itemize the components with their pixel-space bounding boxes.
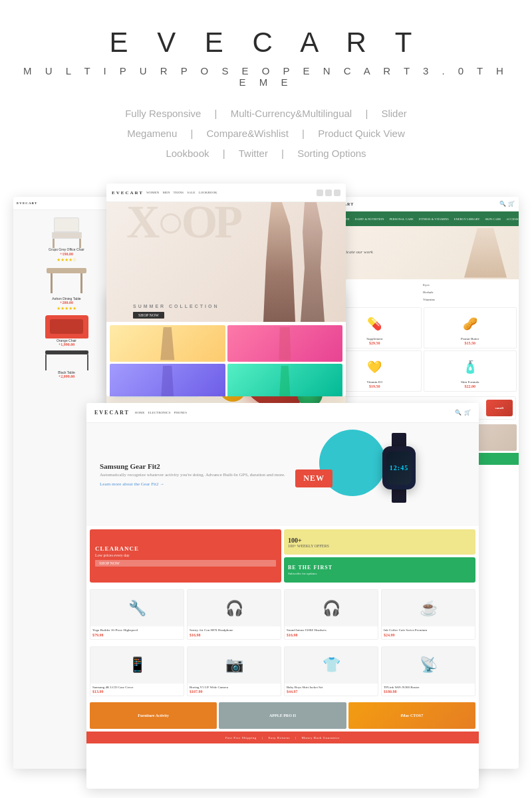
product-blender: 🔧 Yoga Builder 16-Piece Highspeed $79.98 (90, 589, 184, 640)
clearance-btn[interactable]: SHOP NOW (95, 560, 276, 567)
product-headphone: 🎧 Sentry Air Con HFX Headphone $16.98 (187, 589, 281, 640)
be-first-promo: BE THE FIRST Subscribe for updates (284, 557, 475, 583)
header: E V E C A R T M U L T I P U R P O S E O … (0, 0, 532, 177)
screens-wrapper: EVECART Grupo Gr (13, 184, 519, 782)
products-grid-row2: 📱 Samsung 4K LCD Case Cover $13.99 📷 Boe… (86, 643, 479, 700)
headset-price: $16.98 (287, 633, 376, 637)
bottom-strip-2: APPLE PRO II (219, 702, 346, 729)
right-promos: 100+ 100+ WEEKLY OFFERS BE THE FIRST Sub… (284, 529, 475, 583)
furniture-price-4: +2,099.00 (17, 374, 116, 378)
screenshots-container: EVECART Grupo Gr (0, 177, 532, 795)
kids-shirt-img: 👕 (285, 647, 378, 684)
nav-energy: ENERGY LIBRARY (453, 217, 481, 221)
health-product-img-4: 🧴 (427, 354, 514, 380)
smartwatch: 12:45 (372, 433, 426, 506)
search-icon (317, 190, 323, 196)
tech-header-icons: 🔍 🛒 (455, 410, 471, 416)
product-kids-shirt: 👕 Baby Boys Shirt Jacket Set $44.97 (284, 646, 378, 697)
feature-megamenu: Megamenu (127, 128, 177, 139)
furniture-item-4: Black Table +2,099.00 (17, 350, 116, 378)
clearance-subtitle: Low prices every day (95, 553, 276, 557)
weekly-offers-promo: 100+ 100+ WEEKLY OFFERS (284, 529, 475, 555)
footer-sep2: | (295, 736, 297, 739)
dark-table (45, 350, 88, 370)
tech-store-header: EVECART HOME ELECTRONICS PHONES 🔍 🛒 (86, 403, 479, 423)
footer-returns: Easy Returns (268, 736, 290, 739)
thumb-figure-2 (275, 327, 295, 360)
camera-info: Boeing V5 UF Wide Camera $107.99 (188, 684, 281, 696)
product-coffee: ☕ Ink Coffee Cafe Series Premium $24.99 (381, 589, 475, 640)
watch-body: 12:45 (382, 446, 416, 489)
nav-dairy: DAIRY & NUTRITION (353, 217, 385, 221)
tech-footer-bar: Fast Free Shipping | Easy Returns | Mone… (86, 732, 479, 743)
footer-sep: | (262, 736, 263, 739)
new-badge: NEW (295, 469, 332, 487)
nav-men: MEN (162, 191, 170, 194)
weekly-subtitle: 100+ WEEKLY OFFERS (288, 544, 471, 548)
clearance-title: CLEARANCE (95, 545, 276, 552)
fashion-hero: X○OP SUMMER COLLECTION SHOP NOW (106, 202, 346, 322)
fashion-screen: EVECART WOMEN MEN TEENS SALE LOOKBOOK (106, 184, 346, 396)
nav-lookbook: LOOKBOOK (199, 191, 217, 194)
camera-price: $107.99 (190, 690, 279, 694)
fashion-screen-header: EVECART WOMEN MEN TEENS SALE LOOKBOOK (106, 184, 346, 202)
phone-info: Samsung 4K LCD Case Cover $13.99 (90, 684, 184, 696)
search-icon-tech: 🔍 (455, 410, 462, 416)
camera-img: 📷 (188, 647, 281, 684)
kids-shirt-info: Baby Boys Shirt Jacket Set $44.97 (285, 684, 378, 696)
headphone-img: 🎧 (188, 590, 281, 626)
product-camera: 📷 Boeing V5 UF Wide Camera $107.99 (187, 646, 281, 697)
product-phone: 📱 Samsung 4K LCD Case Cover $13.99 (90, 646, 184, 697)
be-first-title: BE THE FIRST (288, 565, 471, 571)
footer-shipping: Fast Free Shipping (225, 736, 257, 739)
feature-lookbook: Lookbook (166, 148, 209, 159)
kids-shirt-price: $44.97 (287, 690, 376, 694)
bottom-strip-3: iMac CTOS7 (348, 702, 475, 729)
weekly-title: 100+ (288, 537, 471, 544)
tech-screen: EVECART HOME ELECTRONICS PHONES 🔍 🛒 Sams… (86, 403, 479, 789)
health-product-2: 🥜 Peanut Butter $15.50 (424, 307, 517, 348)
tech-nav-electronics: ELECTRONICS (148, 411, 171, 414)
sep4: | (302, 128, 305, 139)
product-headset: 🎧 Sound Intone I500Z Headsets $16.98 (284, 589, 378, 640)
sanofi-logo-box: sanofi (486, 400, 513, 416)
search-icon-health: 🔍 (499, 201, 506, 207)
sep3: | (190, 128, 193, 139)
sofa-shape (45, 315, 88, 338)
products-grid-row1: 🔧 Yoga Builder 16-Piece Highspeed $79.98… (86, 586, 479, 643)
cart-icon-health: 🛒 (508, 201, 515, 207)
router-img: 📡 (382, 647, 475, 684)
watch-time: 12:45 (390, 464, 408, 471)
watch-screen: 12:45 (386, 452, 412, 485)
feature-currency: Multi-Currency&Multilingual (231, 108, 352, 119)
nav-personal: PERSONAL CARE (388, 217, 415, 221)
thumb-figure-1 (158, 327, 178, 360)
coffee-img: ☕ (382, 590, 475, 626)
coffee-price: $24.99 (384, 633, 473, 637)
table-shape (47, 267, 86, 297)
health-product-price-2: $15.50 (427, 341, 514, 345)
cart-icon-tech: 🛒 (464, 410, 471, 416)
health-products-grid: 💊 Supplement $29.50 🥜 Peanut Butter $15.… (326, 305, 519, 394)
cat-eyes: Eyes (423, 282, 516, 288)
furniture-item-1: Grupo Grey Office Chair +190.00 (17, 217, 116, 256)
fashion-header-icons (317, 190, 340, 196)
fashion-logo: EVECART (112, 190, 144, 196)
clearance-promo: CLEARANCE Low prices every day SHOP NOW (90, 529, 281, 583)
bottom-strip: Furniture Activity APPLE PRO II iMac CTO… (86, 700, 479, 732)
fashion-promo-text: SUMMER COLLECTION (133, 304, 219, 309)
blender-info: Yoga Builder 16-Piece Highspeed $79.98 (90, 626, 184, 639)
phone-price: $13.99 (92, 690, 182, 694)
thumb-figure-4 (275, 366, 295, 397)
nav-sale: SALE (187, 191, 196, 194)
shop-now-btn[interactable]: SHOP NOW (133, 312, 164, 319)
health-product-price-4: $22.00 (427, 384, 514, 388)
phone-img: 📱 (90, 647, 184, 684)
router-info: TPLink WiFi N300 Router $180.98 (382, 684, 475, 696)
tech-nav: HOME ELECTRONICS PHONES (135, 411, 450, 414)
promo-grid: CLEARANCE Low prices every day SHOP NOW … (86, 526, 479, 586)
blender-price: $79.98 (92, 633, 182, 637)
nav-skin: SKIN CARE (484, 217, 503, 221)
furniture-item-3: Orange Chair +1,990.00 (17, 315, 116, 346)
coffee-info: Ink Coffee Cafe Series Premium $24.99 (382, 626, 475, 639)
